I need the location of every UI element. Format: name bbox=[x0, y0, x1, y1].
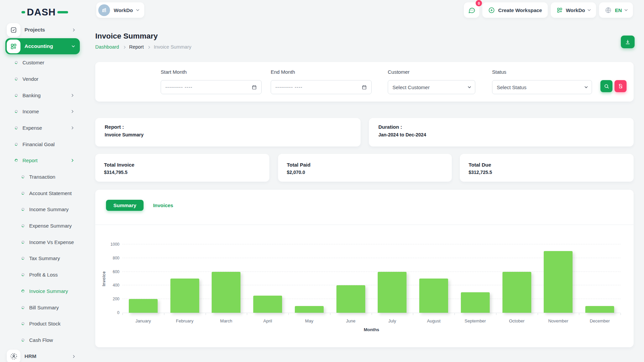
tab-summary[interactable]: Summary bbox=[106, 200, 144, 211]
sidebar-item-profit-loss[interactable]: Profit & Loss bbox=[5, 266, 80, 283]
chevron-down-icon bbox=[585, 85, 588, 88]
x-axis-tick bbox=[164, 313, 164, 315]
language-selector[interactable]: EN bbox=[599, 2, 633, 18]
sidebar-item-accounting[interactable]: Accounting bbox=[5, 38, 80, 55]
x-axis-tick bbox=[247, 313, 247, 315]
x-axis-tick bbox=[496, 313, 496, 315]
x-tick-label: June bbox=[330, 318, 372, 323]
sidebar-item-label: Projects bbox=[24, 27, 45, 33]
sidebar-item-label: Invoice Summary bbox=[29, 288, 68, 294]
breadcrumb-report[interactable]: Report bbox=[129, 44, 144, 50]
sidebar-item-customer[interactable]: Customer bbox=[5, 54, 80, 71]
status-select[interactable]: Select Status bbox=[492, 80, 592, 94]
bullet-icon bbox=[14, 61, 18, 65]
sidebar-item-transaction[interactable]: Transaction bbox=[5, 169, 80, 185]
total-paid-label: Total Paid bbox=[287, 162, 311, 168]
workspace-dropdown-label: WorkDo bbox=[566, 7, 585, 13]
x-axis-title: Months bbox=[122, 327, 621, 332]
x-tick-label: January bbox=[122, 318, 164, 323]
y-tick-label: 0 bbox=[117, 310, 119, 315]
sidebar-item-income[interactable]: Income bbox=[5, 103, 80, 120]
sidebar-item-expense-summary[interactable]: Expense Summary bbox=[5, 218, 80, 234]
messages-button[interactable]: 0 bbox=[464, 2, 479, 18]
sidebar-item-product-stock[interactable]: Product Stock bbox=[5, 315, 80, 332]
sidebar-item-label: Income Vs Expense bbox=[29, 239, 74, 245]
create-workspace-button[interactable]: Create Workspace bbox=[482, 2, 548, 18]
x-axis-tick bbox=[206, 313, 206, 315]
x-tick-label: September bbox=[454, 318, 496, 323]
bullet-icon bbox=[21, 207, 25, 212]
chevron-right-icon bbox=[70, 159, 74, 162]
y-tick-label: 400 bbox=[113, 283, 119, 288]
sidebar-item-expense[interactable]: Expense bbox=[5, 120, 80, 136]
x-tick-label: November bbox=[538, 318, 579, 323]
bullet-icon bbox=[14, 110, 18, 114]
x-tick-label: May bbox=[288, 318, 330, 323]
sidebar-item-label: Tax Summary bbox=[29, 255, 60, 261]
breadcrumb-dashboard[interactable]: Dashboard bbox=[95, 44, 119, 50]
sidebar-item-label: Banking bbox=[22, 93, 41, 98]
sidebar-item-banking[interactable]: Banking bbox=[5, 87, 80, 104]
sidebar-item-label: Financial Goal bbox=[22, 141, 55, 147]
x-tick-label: March bbox=[206, 318, 247, 323]
chevron-right-icon bbox=[70, 94, 74, 97]
sidebar-item-cash-flow[interactable]: Cash Flow bbox=[5, 332, 80, 348]
tab-invoices[interactable]: Invoices bbox=[153, 202, 173, 208]
start-month-input[interactable]: --------- ---- bbox=[161, 80, 262, 94]
chevron-down-icon bbox=[72, 44, 75, 48]
sidebar-item-label: Expense Summary bbox=[29, 223, 72, 229]
bullet-icon bbox=[21, 175, 25, 179]
sidebar-item-bill-summary[interactable]: Bill Summary bbox=[5, 299, 80, 316]
sidebar-item-label: HRM bbox=[24, 353, 36, 359]
bar-april bbox=[253, 296, 282, 313]
sidebar-item-tax-summary[interactable]: Tax Summary bbox=[5, 250, 80, 267]
sidebar-item-income-summary[interactable]: Income Summary bbox=[5, 201, 80, 218]
sidebar-item-income-vs-expense[interactable]: Income Vs Expense bbox=[5, 234, 80, 250]
app-logo: DASH bbox=[21, 7, 68, 18]
chart-card: Summary Invoices Invoice 020040060080010… bbox=[95, 190, 634, 347]
sidebar-item-label: Vendor bbox=[22, 76, 39, 82]
report-info-card: Report : Invoice Summary bbox=[95, 118, 361, 146]
workspace-switcher[interactable]: WorkDo bbox=[96, 2, 144, 18]
x-tick-label: October bbox=[496, 318, 538, 323]
reset-filter-button[interactable] bbox=[614, 80, 627, 92]
status-label: Status bbox=[492, 69, 506, 75]
chat-bubble-icon bbox=[468, 6, 476, 14]
sidebar-item-account-statement[interactable]: Account Statement bbox=[5, 185, 80, 201]
bullet-icon bbox=[21, 240, 25, 244]
sidebar-item-report[interactable]: Report bbox=[5, 153, 80, 169]
messages-count-badge: 0 bbox=[476, 0, 482, 6]
bar-february bbox=[170, 279, 199, 313]
download-button[interactable] bbox=[621, 36, 635, 48]
bullet-icon bbox=[14, 159, 18, 163]
sidebar-item-projects[interactable]: Projects bbox=[5, 22, 80, 38]
sidebar-item-label: Customer bbox=[22, 60, 44, 65]
breadcrumb-current: Invoice Summary bbox=[154, 44, 191, 50]
duration-label: Duration : bbox=[378, 124, 402, 130]
apply-filter-button[interactable] bbox=[600, 80, 612, 92]
sidebar-item-hrm[interactable]: HRM bbox=[5, 348, 80, 362]
chevron-right-icon bbox=[70, 110, 74, 113]
topbar-actions: 0 Create Workspace WorkDo EN bbox=[464, 2, 633, 18]
customer-select[interactable]: Select Customer bbox=[388, 80, 475, 94]
logo-accent-right bbox=[57, 11, 68, 13]
sidebar-item-financial-goal[interactable]: Financial Goal bbox=[5, 136, 80, 153]
y-tick-label: 1000 bbox=[110, 242, 119, 247]
sidebar-item-invoice-summary[interactable]: Invoice Summary bbox=[5, 283, 80, 299]
file-off-icon bbox=[618, 83, 623, 89]
x-axis-tick bbox=[538, 313, 538, 315]
end-month-input[interactable]: --------- ---- bbox=[271, 80, 372, 94]
chevron-right-icon bbox=[147, 46, 150, 48]
duration-info-card: Duration : Jan-2024 to Dec-2024 bbox=[369, 118, 634, 146]
sidebar-item-label: Income Summary bbox=[29, 206, 69, 212]
bullet-icon bbox=[21, 305, 25, 309]
x-axis-tick bbox=[122, 313, 123, 315]
total-paid-value: $2,070.0 bbox=[287, 170, 305, 175]
workspace-dropdown[interactable]: WorkDo bbox=[551, 2, 596, 18]
start-month-label: Start Month bbox=[161, 69, 187, 75]
bullet-icon bbox=[14, 142, 18, 146]
sidebar-item-vendor[interactable]: Vendor bbox=[5, 71, 80, 87]
x-axis-tick bbox=[288, 313, 289, 315]
x-axis-tick bbox=[454, 313, 455, 315]
bullet-icon bbox=[21, 256, 25, 260]
